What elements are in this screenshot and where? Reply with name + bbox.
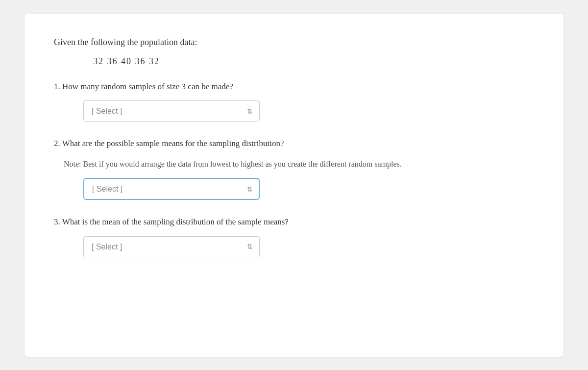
data-row: 32 36 40 36 32 (93, 56, 534, 67)
select-wrapper-3: [ Select ] ⇅ (83, 236, 260, 257)
question-2-text: 2. What are the possible sample means fo… (54, 137, 534, 150)
select-1[interactable]: [ Select ] (83, 100, 260, 122)
intro-text: Given the following the population data: (54, 37, 534, 48)
question-3-text: 3. What is the mean of the sampling dist… (54, 216, 534, 228)
question-1-text: 1. How many random samples of size 3 can… (54, 80, 534, 93)
select-wrapper-2: [ Select ] ⇅ (83, 178, 260, 200)
select-2[interactable]: [ Select ] (83, 178, 260, 200)
question-block-3: 3. What is the mean of the sampling dist… (54, 216, 534, 257)
select-3[interactable]: [ Select ] (83, 236, 260, 257)
question-2-note: Note: Best if you would arrange the data… (64, 158, 534, 171)
question-block-1: 1. How many random samples of size 3 can… (54, 80, 534, 122)
select-wrapper-1: [ Select ] ⇅ (83, 100, 260, 122)
main-card: Given the following the population data:… (24, 14, 564, 357)
question-block-2: 2. What are the possible sample means fo… (54, 137, 534, 200)
